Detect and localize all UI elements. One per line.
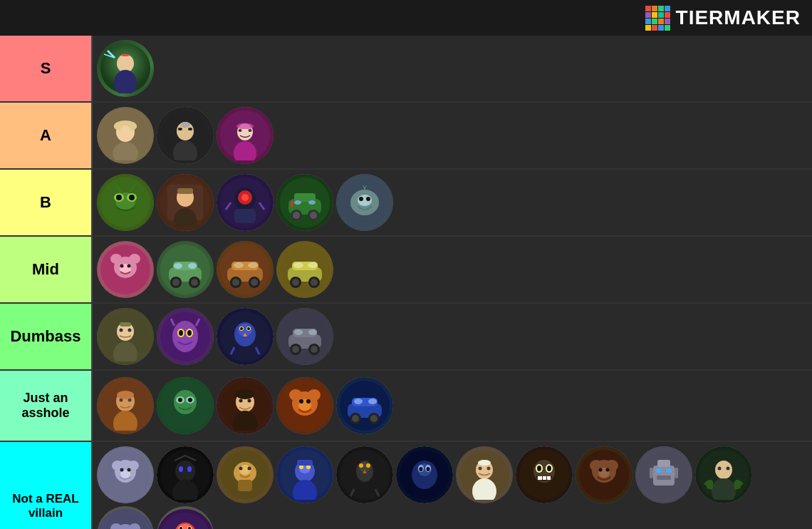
svg-point-57 <box>359 197 363 201</box>
svg-point-166 <box>187 466 192 472</box>
svg-point-228 <box>727 467 730 471</box>
list-item[interactable] <box>695 446 752 503</box>
tier-label-a: A <box>0 103 91 168</box>
svg-rect-207 <box>543 476 546 480</box>
svg-point-132 <box>178 398 182 402</box>
list-item[interactable] <box>97 377 154 434</box>
svg-point-225 <box>715 461 732 479</box>
tier-row-a: A <box>0 103 812 170</box>
svg-rect-218 <box>656 468 662 473</box>
tier-items-a <box>91 103 812 168</box>
list-item[interactable] <box>157 506 214 529</box>
svg-rect-180 <box>297 460 313 466</box>
list-item[interactable] <box>276 241 333 298</box>
svg-point-161 <box>120 468 124 472</box>
tier-items-asshole <box>91 371 812 441</box>
svg-point-104 <box>187 330 192 336</box>
logo-grid-icon <box>645 6 670 31</box>
svg-rect-222 <box>675 468 678 478</box>
list-item[interactable] <box>97 308 154 365</box>
list-item[interactable] <box>276 308 333 365</box>
svg-point-153 <box>370 415 378 422</box>
list-item[interactable] <box>157 107 214 164</box>
svg-point-118 <box>292 346 299 353</box>
svg-point-214 <box>599 468 603 472</box>
list-item[interactable] <box>217 107 274 164</box>
svg-point-193 <box>427 467 430 471</box>
list-item[interactable] <box>97 446 154 503</box>
tier-list: S <box>0 36 812 529</box>
list-item[interactable] <box>97 107 154 164</box>
svg-rect-223 <box>657 460 670 467</box>
svg-point-29 <box>129 195 135 200</box>
svg-rect-221 <box>650 468 653 478</box>
tier-row-s: S <box>0 36 812 103</box>
list-item[interactable] <box>157 174 214 231</box>
list-item[interactable] <box>97 40 154 97</box>
svg-point-64 <box>120 264 124 268</box>
svg-point-71 <box>172 279 179 286</box>
tier-row-asshole: Just an asshole <box>0 371 812 442</box>
svg-point-119 <box>311 346 318 353</box>
tier-label-dumbass: Dumbass <box>0 304 91 369</box>
svg-rect-219 <box>666 468 672 473</box>
list-item[interactable] <box>157 241 214 298</box>
svg-point-28 <box>116 195 122 200</box>
list-item[interactable] <box>217 377 274 434</box>
svg-point-204 <box>537 466 541 471</box>
list-item[interactable] <box>635 446 692 503</box>
tier-label-mid: Mid <box>0 237 91 302</box>
svg-point-137 <box>239 399 243 403</box>
tier-label-s: S <box>0 36 91 101</box>
svg-point-16 <box>188 128 192 130</box>
list-item[interactable] <box>157 377 214 434</box>
list-item[interactable] <box>97 506 154 529</box>
svg-rect-199 <box>478 460 491 466</box>
svg-rect-3 <box>122 54 129 56</box>
list-item[interactable] <box>157 446 214 503</box>
svg-point-21 <box>239 129 242 132</box>
svg-point-81 <box>251 279 258 286</box>
svg-point-51 <box>294 200 301 205</box>
svg-point-11 <box>120 125 131 138</box>
svg-point-91 <box>293 262 303 268</box>
tier-row-dumbass: Dumbass <box>0 304 812 371</box>
svg-point-80 <box>232 279 239 286</box>
list-item[interactable] <box>217 174 274 231</box>
tier-items-notreal <box>91 442 812 529</box>
list-item[interactable] <box>276 174 333 231</box>
list-item[interactable] <box>336 377 393 434</box>
list-item[interactable] <box>97 241 154 298</box>
list-item[interactable] <box>456 446 513 503</box>
list-item[interactable] <box>97 174 154 231</box>
tier-items-s <box>91 36 812 101</box>
svg-point-89 <box>292 279 299 286</box>
list-item[interactable] <box>276 377 333 434</box>
list-item[interactable] <box>576 446 633 503</box>
svg-point-65 <box>127 264 131 268</box>
list-item[interactable] <box>217 308 274 365</box>
svg-point-171 <box>239 467 243 471</box>
tier-row-b: B <box>0 170 812 237</box>
svg-point-154 <box>354 399 363 404</box>
svg-point-198 <box>487 467 491 471</box>
tier-row-mid: Mid <box>0 237 812 304</box>
list-item[interactable] <box>217 241 274 298</box>
svg-rect-173 <box>238 480 252 491</box>
svg-point-83 <box>248 262 258 268</box>
svg-point-184 <box>359 463 363 468</box>
svg-rect-206 <box>538 476 542 480</box>
list-item[interactable] <box>516 446 573 503</box>
list-item[interactable] <box>276 446 333 503</box>
svg-point-185 <box>366 463 370 468</box>
list-item[interactable] <box>336 174 393 231</box>
list-item[interactable] <box>217 446 274 503</box>
svg-point-120 <box>294 329 303 335</box>
svg-point-162 <box>127 468 131 472</box>
list-item[interactable] <box>336 446 393 503</box>
svg-point-22 <box>249 129 252 132</box>
list-item[interactable] <box>396 446 453 503</box>
svg-point-73 <box>174 263 182 269</box>
list-item[interactable] <box>157 308 214 365</box>
svg-point-205 <box>547 466 551 471</box>
